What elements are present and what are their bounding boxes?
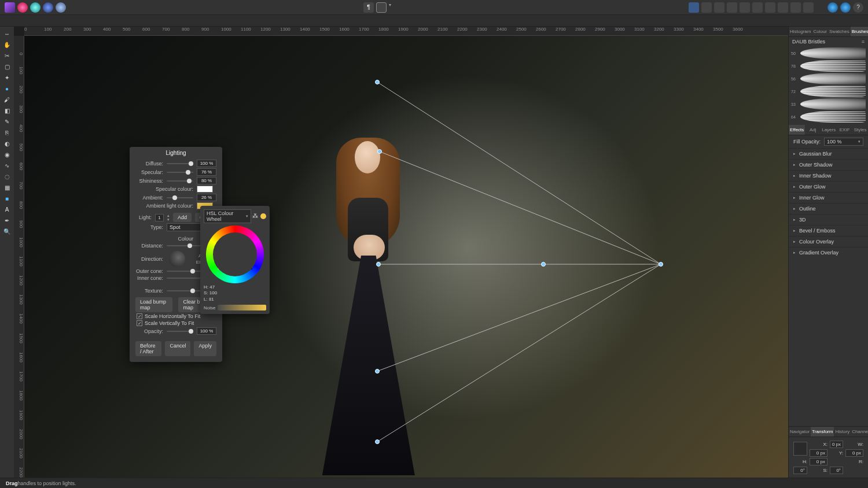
h-value[interactable]: 0 px bbox=[810, 458, 827, 465]
s-value[interactable]: 0° bbox=[830, 467, 843, 474]
effect-outline[interactable]: ▸Outline bbox=[789, 203, 868, 214]
light-mid-handle[interactable] bbox=[542, 263, 546, 267]
grid-icon[interactable] bbox=[376, 2, 387, 13]
shininess-slider[interactable] bbox=[167, 178, 193, 184]
snapping-icon[interactable]: ¶ bbox=[363, 2, 374, 13]
colour-swatch-icon[interactable] bbox=[260, 213, 266, 219]
light-stepper-icon[interactable]: ▴▾ bbox=[167, 213, 170, 221]
text-tool[interactable]: A bbox=[2, 205, 12, 215]
tab-layers[interactable]: Layers bbox=[821, 125, 837, 135]
colour-wheel[interactable] bbox=[206, 225, 264, 283]
specular-value[interactable]: 76 % bbox=[197, 168, 216, 176]
y-value[interactable]: 0 px bbox=[845, 449, 863, 457]
paint-brush-tool[interactable]: 🖌 bbox=[2, 95, 12, 105]
eyedropper-icon[interactable]: ⁂ bbox=[252, 213, 259, 220]
dodge-tool[interactable]: ◐ bbox=[2, 139, 12, 149]
picker-tool[interactable]: ● bbox=[2, 84, 12, 94]
marquee-tool[interactable]: ▢ bbox=[2, 62, 12, 72]
colour-popover[interactable]: HSL Colour Wheel ⁂ H: 47 S: 100 L: 81 No… bbox=[200, 206, 270, 314]
space-h-icon[interactable] bbox=[727, 2, 737, 13]
account-icon[interactable] bbox=[827, 2, 838, 13]
distribute-v-icon[interactable] bbox=[803, 2, 814, 13]
brush-item[interactable]: 64 bbox=[791, 111, 866, 123]
tab-histogram[interactable]: Histogram bbox=[789, 27, 812, 36]
tab-effects[interactable]: Effects bbox=[789, 125, 805, 135]
tab-colour[interactable]: Colour bbox=[812, 27, 828, 36]
diffuse-slider[interactable] bbox=[167, 161, 193, 167]
light-cone-top-handle[interactable] bbox=[376, 80, 380, 84]
effect-colour-overlay[interactable]: ▸Colour Overlay bbox=[789, 236, 868, 247]
tab-transform[interactable]: Transform bbox=[811, 427, 834, 437]
brush-menu-icon[interactable]: ≡ bbox=[862, 39, 865, 45]
flood-select-tool[interactable]: ✦ bbox=[2, 73, 12, 83]
brush-item[interactable]: 56 bbox=[791, 73, 866, 84]
tab-swatches[interactable]: Swatches bbox=[828, 27, 851, 36]
ambient-slider[interactable] bbox=[167, 195, 193, 201]
noise-slider[interactable] bbox=[218, 305, 266, 310]
crop-tool[interactable]: ✂ bbox=[2, 51, 12, 61]
canvas-area[interactable]: 0100200300400500600700800900100011001200… bbox=[14, 27, 788, 478]
brush-item[interactable]: 78 bbox=[791, 60, 866, 72]
inpaint-tool[interactable]: ✎ bbox=[2, 117, 12, 127]
grid-chevron-icon[interactable]: ▾ bbox=[389, 2, 391, 13]
scale-v-checkbox[interactable]: ✓Scale Vertically To Fit bbox=[130, 320, 222, 327]
smudge-tool[interactable]: ∿ bbox=[2, 161, 12, 171]
anchor-widget[interactable] bbox=[793, 442, 807, 456]
light-index[interactable]: 1 bbox=[155, 214, 164, 221]
direction-dial[interactable] bbox=[169, 251, 185, 267]
specular-slider[interactable] bbox=[167, 169, 193, 175]
effect-inner-shadow[interactable]: ▸Inner Shadow bbox=[789, 170, 868, 181]
align-bot-icon[interactable] bbox=[778, 2, 788, 13]
effect-outer-shadow[interactable]: ▸Outer Shadow bbox=[789, 159, 868, 170]
ambient-value[interactable]: 26 % bbox=[197, 194, 216, 201]
tab-brushes[interactable]: Brushes bbox=[851, 27, 868, 36]
pen-tool[interactable]: ✒ bbox=[2, 216, 12, 225]
dlg-opacity-value[interactable]: 100 % bbox=[197, 327, 216, 335]
app-logo-icon[interactable] bbox=[5, 2, 15, 13]
x-value[interactable]: 0 px bbox=[830, 441, 843, 448]
move-tool[interactable]: ↔ bbox=[2, 29, 12, 39]
effect--d[interactable]: ▸3D bbox=[789, 214, 868, 225]
distribute-h-icon[interactable] bbox=[790, 2, 801, 13]
light-origin-handle[interactable] bbox=[659, 263, 663, 267]
align-center-icon[interactable] bbox=[701, 2, 712, 13]
tab-navigator[interactable]: Navigator bbox=[789, 427, 811, 437]
effect-outer-glow[interactable]: ▸Outer Glow bbox=[789, 181, 868, 192]
brush-category[interactable]: DAUB Bristles bbox=[792, 39, 825, 45]
tab-adj[interactable]: Adj bbox=[805, 125, 821, 135]
help-icon[interactable]: ? bbox=[853, 2, 863, 13]
mesh-tool[interactable]: ▦ bbox=[2, 183, 12, 193]
brush-item[interactable]: 33 bbox=[791, 98, 866, 110]
develop-persona-icon[interactable] bbox=[43, 2, 53, 13]
colour-mode-dropdown[interactable]: HSL Colour Wheel bbox=[204, 209, 251, 223]
sync-icon[interactable] bbox=[840, 2, 851, 13]
apply-button[interactable]: Apply bbox=[194, 341, 216, 356]
w-value[interactable]: 0 px bbox=[810, 449, 827, 457]
sponge-tool[interactable]: ◉ bbox=[2, 150, 12, 160]
effect-bevel-emboss[interactable]: ▸Bevel / Emboss bbox=[789, 225, 868, 236]
shininess-value[interactable]: 80 % bbox=[197, 177, 216, 184]
clone-tool[interactable]: ⎘ bbox=[2, 128, 12, 138]
align-right-icon[interactable] bbox=[714, 2, 724, 13]
brush-item[interactable]: 50 bbox=[791, 47, 866, 59]
add-light-button[interactable]: Add bbox=[173, 213, 192, 222]
zoom-tool[interactable]: 🔍 bbox=[2, 227, 12, 236]
space-v-icon[interactable] bbox=[740, 2, 750, 13]
brush-list[interactable]: 507856723364 bbox=[789, 46, 868, 125]
effect-gaussian-blur[interactable]: ▸Gaussian Blur bbox=[789, 148, 868, 159]
effect-inner-glow[interactable]: ▸Inner Glow bbox=[789, 192, 868, 203]
tab-channels[interactable]: Channels bbox=[851, 427, 868, 437]
tab-exif[interactable]: EXIF bbox=[837, 125, 852, 135]
erase-tool[interactable]: ◧ bbox=[2, 106, 12, 116]
align-left-icon[interactable] bbox=[689, 2, 699, 13]
brush-item[interactable]: 72 bbox=[791, 86, 866, 97]
r-value[interactable]: 0° bbox=[793, 467, 807, 474]
load-bump-button[interactable]: Load bump map bbox=[135, 297, 172, 312]
diffuse-value[interactable]: 100 % bbox=[197, 160, 216, 167]
dlg-opacity-slider[interactable] bbox=[167, 328, 193, 334]
align-mid-icon[interactable] bbox=[765, 2, 775, 13]
view-tool[interactable]: ✋ bbox=[2, 40, 12, 50]
spec-colour-swatch[interactable] bbox=[197, 186, 213, 193]
cancel-button[interactable]: Cancel bbox=[165, 341, 190, 356]
export-persona-icon[interactable] bbox=[56, 2, 66, 13]
